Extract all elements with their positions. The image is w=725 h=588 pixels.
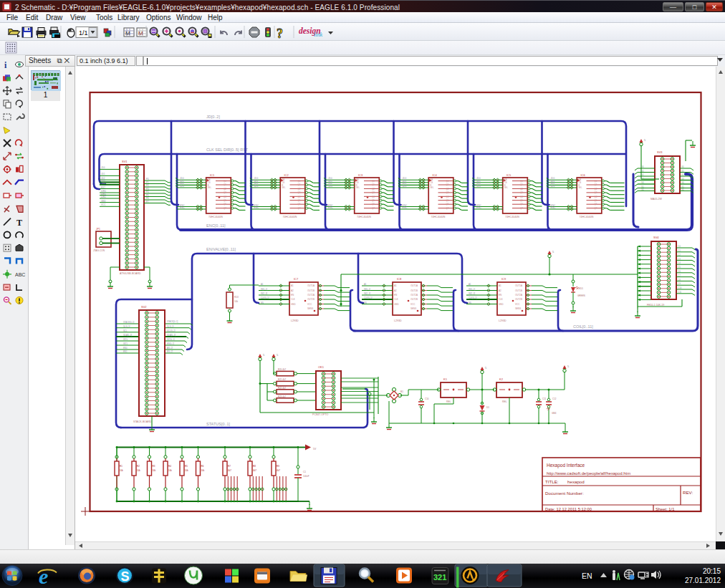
svg-text:Q6: Q6 bbox=[595, 203, 597, 206]
svg-text:Q2: Q2 bbox=[595, 188, 597, 191]
svg-text:P4: P4 bbox=[146, 191, 149, 193]
svg-text:SEL: SEL bbox=[578, 186, 582, 189]
svg-text:INT0: INT0 bbox=[123, 338, 128, 341]
svg-text:IC7: IC7 bbox=[294, 277, 299, 281]
svg-text:R23 4k7: R23 4k7 bbox=[278, 395, 287, 398]
svg-text:DIR1: DIR1 bbox=[101, 193, 106, 196]
svg-text:OUT1B: OUT1B bbox=[410, 289, 418, 292]
svg-text:CLK: CLK bbox=[394, 298, 398, 301]
svg-text:SEL: SEL bbox=[208, 186, 212, 189]
svg-text:P6: P6 bbox=[146, 197, 149, 200]
svg-text:EN: EN bbox=[394, 294, 397, 297]
svg-text:ENC: ENC bbox=[254, 206, 259, 209]
svg-text:Q2: Q2 bbox=[520, 188, 523, 191]
svg-text:RST: RST bbox=[101, 186, 105, 189]
svg-text:Q1: Q1 bbox=[298, 183, 301, 186]
svg-text:OUT2B: OUT2B bbox=[307, 298, 315, 301]
svg-text:10k: 10k bbox=[137, 469, 140, 472]
svg-text:SEL: SEL bbox=[282, 186, 286, 189]
svg-text:OUT2A: OUT2A bbox=[410, 294, 418, 297]
svg-text:PC847-OPTO: PC847-OPTO bbox=[312, 413, 329, 416]
svg-text:74HC4040N: 74HC4040N bbox=[283, 216, 297, 218]
svg-text:GREEN: GREEN bbox=[577, 294, 585, 297]
svg-text:Q0: Q0 bbox=[520, 180, 523, 183]
svg-text:EN: EN bbox=[364, 302, 367, 304]
svg-text:EN: EN bbox=[469, 302, 471, 304]
svg-text:SEL: SEL bbox=[356, 186, 360, 189]
svg-text:http://www.cadsoft.de/people/a: http://www.cadsoft.de/people/alf/hexapod… bbox=[547, 471, 630, 476]
svg-text:GM4: GM4 bbox=[552, 412, 557, 415]
svg-text:321: 321 bbox=[433, 573, 446, 582]
svg-text:Sheet: 1/1: Sheet: 1/1 bbox=[656, 507, 674, 511]
svg-text:STACK[0..1]: STACK[0..1] bbox=[167, 320, 178, 323]
svg-text:IC6: IC6 bbox=[581, 173, 586, 177]
svg-text:Q0: Q0 bbox=[372, 180, 375, 183]
svg-text:JD[0..2]: JD[0..2] bbox=[206, 115, 220, 119]
svg-text:C1: C1 bbox=[678, 249, 681, 252]
svg-text:EN: EN bbox=[291, 294, 294, 297]
svg-text:EN1: EN1 bbox=[123, 350, 128, 353]
svg-text:L293D: L293D bbox=[291, 319, 299, 322]
svg-text:IC2: IC2 bbox=[284, 173, 289, 177]
svg-text:IC5: IC5 bbox=[506, 173, 512, 177]
svg-text:OUT2B: OUT2B bbox=[410, 298, 418, 301]
svg-text:4k7: 4k7 bbox=[277, 469, 280, 472]
svg-text:10k: 10k bbox=[201, 469, 205, 472]
svg-text:DIR2: DIR2 bbox=[101, 196, 106, 198]
svg-text:link: link bbox=[314, 32, 322, 38]
svg-text:SV2: SV2 bbox=[141, 305, 147, 309]
svg-text:Q5: Q5 bbox=[520, 199, 523, 202]
svg-text:SV1: SV1 bbox=[122, 160, 128, 163]
svg-text:IC1: IC1 bbox=[210, 173, 215, 177]
svg-text:S4: S4 bbox=[681, 181, 684, 184]
svg-text:Date: 12.12.2011 5:12:00: Date: 12.12.2011 5:12:00 bbox=[545, 507, 592, 511]
svg-text:Q1: Q1 bbox=[595, 183, 597, 186]
svg-text:REV:: REV: bbox=[683, 490, 693, 495]
svg-text:Q7: Q7 bbox=[372, 207, 375, 210]
svg-text:Q6: Q6 bbox=[446, 203, 449, 206]
svg-text:C0: C0 bbox=[678, 245, 681, 248]
svg-text:ENC: ENC bbox=[476, 206, 481, 209]
svg-text:JD3: JD3 bbox=[551, 185, 555, 188]
svg-text:OUT1A: OUT1A bbox=[307, 284, 315, 287]
svg-text:S2: S2 bbox=[641, 173, 644, 176]
svg-text:OUT1A: OUT1A bbox=[515, 284, 522, 287]
svg-text:R8: R8 bbox=[253, 465, 256, 468]
svg-text:R7: R7 bbox=[228, 465, 231, 468]
svg-text:Q3: Q3 bbox=[520, 191, 523, 194]
svg-text:INT[0..1]: INT[0..1] bbox=[167, 338, 175, 341]
svg-text:ENC: ENC bbox=[180, 206, 185, 209]
svg-text:CLK[0..5]: CLK[0..5] bbox=[469, 297, 477, 299]
svg-text:Q0: Q0 bbox=[595, 180, 597, 183]
svg-text:L293D: L293D bbox=[394, 319, 402, 322]
svg-text:Q4: Q4 bbox=[372, 196, 375, 198]
svg-text:S0: S0 bbox=[641, 165, 644, 168]
svg-text:AT90USB-BOARD: AT90USB-BOARD bbox=[120, 272, 141, 275]
svg-text:S6: S6 bbox=[641, 188, 644, 191]
svg-text:5V: 5V bbox=[313, 448, 317, 450]
svg-text:EN: EN bbox=[582, 572, 592, 580]
svg-text:74HC4040N: 74HC4040N bbox=[580, 216, 594, 218]
svg-text:R22 4k7: R22 4k7 bbox=[278, 387, 287, 390]
svg-text:IC4: IC4 bbox=[433, 173, 438, 177]
svg-text:Q4: Q4 bbox=[298, 196, 301, 198]
svg-text:A1: A1 bbox=[291, 284, 294, 287]
svg-text:Q2: Q2 bbox=[446, 188, 449, 191]
svg-text:JD3: JD3 bbox=[476, 185, 481, 188]
svg-text:JTAG-CON: JTAG-CON bbox=[93, 249, 105, 252]
svg-text:B1: B1 bbox=[400, 390, 403, 393]
svg-text:SEL: SEL bbox=[430, 186, 434, 189]
svg-text:S2: S2 bbox=[681, 173, 684, 176]
svg-text:Q2: Q2 bbox=[298, 188, 301, 191]
svg-text:CLK SEL DIR[0..5] RST: CLK SEL DIR[0..5] RST bbox=[206, 148, 249, 152]
svg-text:EN/VALVE[0..11]: EN/VALVE[0..11] bbox=[206, 247, 236, 251]
svg-text:Q3: Q3 bbox=[372, 191, 375, 194]
svg-text:SDA[0..3]: SDA[0..3] bbox=[167, 334, 176, 337]
svg-text:JD3: JD3 bbox=[328, 185, 332, 188]
svg-text:Q1: Q1 bbox=[520, 183, 523, 186]
svg-text:C8: C8 bbox=[678, 279, 681, 281]
svg-text:S: S bbox=[121, 569, 130, 584]
svg-text:Q7: Q7 bbox=[298, 207, 301, 210]
svg-text:P1: P1 bbox=[146, 181, 149, 184]
svg-text:JP1: JP1 bbox=[96, 228, 100, 231]
